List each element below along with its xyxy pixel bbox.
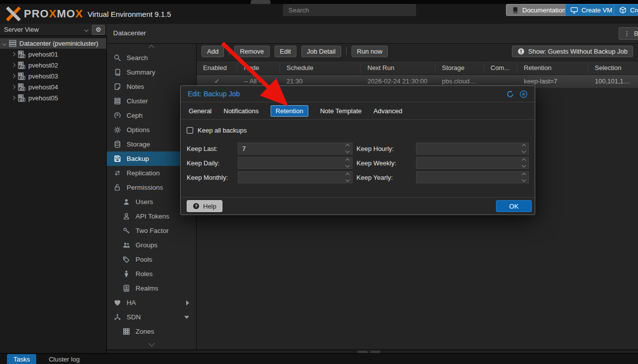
sidebar-item-pools[interactable]: Pools — [107, 252, 196, 267]
close-icon[interactable] — [519, 90, 528, 98]
collapse-down-icon[interactable] — [184, 316, 189, 319]
keep-all-backups-checkbox[interactable] — [187, 127, 193, 134]
toolbar-separator — [229, 47, 229, 55]
book-icon — [114, 69, 121, 76]
spinner-control[interactable] — [344, 171, 351, 183]
tab-advanced[interactable]: Advanced — [373, 105, 402, 117]
global-search-input[interactable] — [283, 4, 416, 16]
keep-yearly-input[interactable] — [416, 171, 529, 183]
window-strip — [0, 0, 638, 4]
nav-scroll-up[interactable] — [107, 44, 196, 51]
status-bar: Tasks Cluster log — [0, 353, 638, 364]
documentation-button[interactable]: Documentation — [506, 4, 571, 16]
run-now-button[interactable]: Run now — [352, 46, 388, 57]
spinner-control[interactable] — [344, 157, 351, 169]
kebab-icon: ⋮ — [624, 30, 630, 37]
sidebar-item-two-factor[interactable]: Two Factor — [107, 223, 196, 238]
reset-icon[interactable] — [506, 90, 514, 98]
sidebar-item-ha[interactable]: HA — [107, 295, 196, 310]
cluster-log-tab[interactable]: Cluster log — [42, 354, 86, 364]
tab-notifications[interactable]: Notifications — [223, 105, 259, 117]
dialog-footer: ? Help OK — [181, 197, 535, 215]
tab-note-template[interactable]: Note Template — [320, 105, 362, 117]
tree-item-pvehost02[interactable]: pvehost02 — [0, 60, 106, 71]
toolbar-separator — [346, 47, 347, 55]
tasks-tab[interactable]: Tasks — [7, 354, 36, 364]
chevron-down-icon[interactable] — [2, 41, 6, 45]
keep-monthly-input[interactable] — [238, 171, 353, 183]
bottom-splitter[interactable] — [107, 350, 638, 353]
keep-last-input[interactable] — [238, 143, 353, 154]
column-header-node[interactable]: Node — [237, 64, 280, 73]
show-guests-button[interactable]: Show: Guests Without Backup Job — [512, 46, 633, 57]
column-header-comment[interactable]: Com... — [484, 64, 517, 73]
help-button[interactable]: ? Help — [187, 200, 222, 212]
keep-hourly-input[interactable] — [416, 143, 529, 154]
edit-button[interactable]: Edit — [275, 46, 296, 57]
column-header-retention[interactable]: Retention — [517, 64, 588, 73]
node-icon — [18, 51, 25, 58]
cube-icon — [619, 6, 627, 14]
spinner-control[interactable] — [520, 157, 527, 169]
add-button[interactable]: Add — [202, 46, 224, 57]
keep-daily-input[interactable] — [238, 157, 353, 169]
cell-selection: 100,101,102,103 — [588, 77, 638, 86]
tree-settings-button[interactable]: ⚙ — [92, 25, 105, 35]
replication-icon — [114, 169, 121, 177]
column-header-schedule[interactable]: Schedule — [280, 64, 361, 73]
chevron-right-icon[interactable] — [11, 63, 15, 67]
create-ct-button[interactable]: Cre — [614, 4, 638, 16]
column-header-storage[interactable]: Storage — [435, 64, 484, 73]
cluster-icon — [114, 97, 121, 105]
chevron-right-icon[interactable] — [11, 96, 15, 100]
sidebar-item-realms[interactable]: Realms — [107, 281, 196, 295]
expand-right-icon[interactable] — [186, 300, 189, 305]
tree-item-pvehost04[interactable]: pvehost04 — [0, 81, 106, 92]
chevron-right-icon[interactable] — [11, 52, 15, 56]
remove-button[interactable]: Remove — [234, 46, 269, 57]
chevron-right-icon[interactable] — [11, 85, 15, 89]
column-header-next-run[interactable]: Next Run — [361, 64, 435, 73]
keep-daily-label: Keep Daily: — [187, 159, 238, 167]
keep-yearly-label: Keep Yearly: — [356, 174, 416, 181]
sidebar-item-roles[interactable]: Roles — [107, 267, 196, 281]
tree-item-pvehost05[interactable]: pvehost05 — [0, 92, 106, 103]
note-icon — [114, 83, 121, 90]
sidebar-item-sdn[interactable]: SDN — [107, 310, 196, 324]
node-icon — [18, 73, 25, 80]
column-header-enabled[interactable]: Enabled — [197, 64, 237, 73]
floppy-icon — [114, 155, 121, 162]
sidebar-item-zones[interactable]: Zones — [107, 324, 196, 339]
job-detail-button[interactable]: Job Detail — [301, 46, 341, 57]
retention-form: Keep all backups Keep Last: Keep Hourly:… — [181, 120, 535, 197]
spinner-control[interactable] — [520, 143, 527, 154]
spinner-control[interactable] — [520, 171, 527, 183]
sidebar-item-search[interactable]: Search — [107, 51, 196, 65]
keep-last-label: Keep Last: — [187, 145, 238, 152]
person-icon — [123, 270, 130, 278]
gear-icon — [114, 126, 121, 134]
ok-button[interactable]: OK — [496, 200, 532, 212]
column-header-selection[interactable]: Selection — [588, 64, 638, 73]
tab-general[interactable]: General — [189, 105, 212, 117]
view-selector[interactable]: Server View — [0, 24, 92, 35]
tree-item-datacenter[interactable]: Datacenter (pveminicluster) — [0, 38, 106, 49]
spinner-control[interactable] — [344, 143, 351, 154]
tree-item-pvehost01[interactable]: pvehost01 — [0, 49, 106, 60]
sidebar-item-groups[interactable]: Groups — [107, 238, 196, 252]
user-outline-icon — [123, 213, 130, 220]
search-icon — [114, 54, 121, 62]
chevron-right-icon[interactable] — [11, 74, 15, 78]
keep-weekly-label: Keep Weekly: — [356, 159, 416, 167]
tab-retention[interactable]: Retention — [271, 105, 308, 117]
cell-comment — [484, 77, 517, 86]
tags-icon — [123, 256, 130, 263]
cell-enabled: ✓ — [197, 77, 237, 86]
create-vm-button[interactable]: Create VM — [565, 4, 618, 16]
keep-weekly-input[interactable] — [416, 157, 529, 169]
dialog-title-bar[interactable]: Edit: Backup Job — [181, 86, 535, 102]
sidebar-item-summary[interactable]: Summary — [107, 65, 196, 79]
bulk-actions-button[interactable]: ⋮ Bu — [619, 27, 638, 40]
nav-scroll-down[interactable] — [107, 341, 196, 346]
tree-item-pvehost03[interactable]: pvehost03 — [0, 71, 106, 81]
